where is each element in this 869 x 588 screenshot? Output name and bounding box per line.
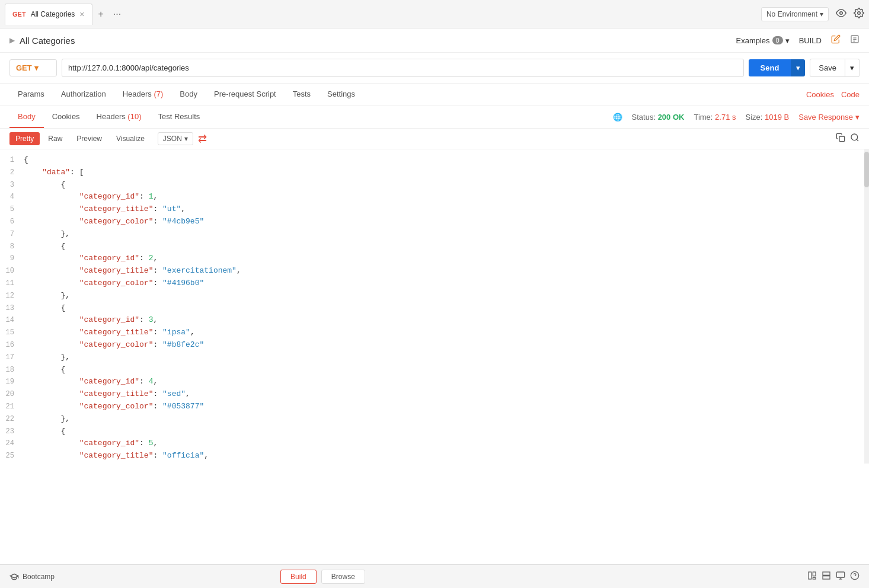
- env-selector[interactable]: No Environment ▾: [761, 7, 829, 21]
- body-toolbar-right: [836, 133, 860, 145]
- line-content: "category_title": "officia",: [24, 450, 869, 462]
- cookies-link[interactable]: Cookies: [806, 90, 834, 99]
- send-button[interactable]: Send: [749, 59, 791, 76]
- url-bar: GET ▾ Send ▾ Save ▾: [0, 53, 869, 84]
- eye-icon-button[interactable]: [836, 8, 846, 21]
- save-response-label: Save Response: [798, 113, 853, 122]
- line-content: "category_color": "#053877": [24, 401, 869, 413]
- active-tab[interactable]: GET All Categories ×: [5, 4, 92, 25]
- resp-tab-cookies[interactable]: Cookies: [44, 106, 88, 128]
- line-number: 10: [0, 266, 24, 277]
- bootcamp-button[interactable]: Bootcamp: [9, 572, 55, 581]
- tab-params[interactable]: Params: [9, 84, 53, 106]
- tab-tests[interactable]: Tests: [285, 84, 319, 106]
- line-number: 18: [0, 365, 24, 376]
- scrollbar[interactable]: [864, 149, 869, 464]
- format-dropdown-icon: ▾: [184, 135, 188, 143]
- line-number: 6: [0, 216, 24, 228]
- line-content: "data": [: [24, 167, 869, 179]
- resp-tab-body[interactable]: Body: [9, 106, 44, 128]
- resp-tab-headers[interactable]: Headers (10): [88, 106, 150, 128]
- settings-icon-button[interactable]: [854, 8, 864, 21]
- method-select[interactable]: GET ▾: [9, 59, 57, 76]
- json-line: 26 "category_color": "#0bb214": [0, 462, 869, 464]
- line-number: 5: [0, 204, 24, 215]
- monitor-icon-button[interactable]: [836, 571, 845, 583]
- line-content: "category_id": 2,: [24, 253, 869, 265]
- bottom-bar: Bootcamp Build Browse: [0, 564, 869, 588]
- json-line: 12 },: [0, 290, 869, 302]
- save-button[interactable]: Save: [810, 59, 845, 77]
- svg-point-1: [858, 11, 861, 14]
- json-line: 17 },: [0, 351, 869, 364]
- line-content: "category_id": 1,: [24, 191, 869, 203]
- json-line: 15 "category_title": "ipsa",: [0, 327, 869, 339]
- line-number: 1: [0, 155, 24, 166]
- request-tab-links: Cookies Code: [806, 90, 860, 99]
- resp-tab-test-results[interactable]: Test Results: [149, 106, 208, 128]
- line-content: {: [24, 179, 869, 191]
- json-line: 5 "category_title": "ut",: [0, 203, 869, 216]
- tab-settings[interactable]: Settings: [319, 84, 363, 106]
- format-select[interactable]: JSON ▾: [158, 132, 193, 145]
- document-icon-button[interactable]: [850, 34, 860, 46]
- line-number: 9: [0, 253, 24, 264]
- json-line: 18 {: [0, 364, 869, 376]
- line-number: 8: [0, 241, 24, 253]
- bottom-right-icons: [807, 571, 860, 583]
- bootcamp-label: Bootcamp: [23, 573, 55, 581]
- copy-icon-button[interactable]: [836, 133, 845, 145]
- save-response-button[interactable]: Save Response ▾: [798, 113, 860, 122]
- help-icon-button[interactable]: [850, 571, 860, 583]
- build-button[interactable]: BUILD: [799, 36, 822, 45]
- env-dropdown-icon: ▾: [820, 10, 823, 18]
- response-status: 🌐 Status: 200 OK Time: 2.71 s Size: 1019…: [613, 113, 860, 122]
- body-toolbar: Pretty Raw Preview Visualize JSON ▾ ⇄: [0, 129, 869, 149]
- line-number: 25: [0, 450, 24, 462]
- browse-tab-button[interactable]: Browse: [321, 570, 365, 584]
- examples-button[interactable]: Examples 0 ▾: [736, 36, 790, 45]
- method-dropdown-icon: ▾: [34, 63, 39, 72]
- tab-bar: GET All Categories × + ··· No Environmen…: [0, 0, 869, 28]
- line-content: "category_title": "sed",: [24, 388, 869, 401]
- line-content: {: [24, 426, 869, 438]
- search-icon-button[interactable]: [850, 133, 860, 145]
- code-link[interactable]: Code: [841, 90, 860, 99]
- json-line: 23 {: [0, 426, 869, 438]
- layout-icon-button[interactable]: [807, 571, 817, 583]
- send-button-group: Send ▾: [749, 59, 806, 76]
- build-tab-button[interactable]: Build: [280, 570, 317, 584]
- view-preview-button[interactable]: Preview: [71, 132, 108, 145]
- title-bar-actions: Examples 0 ▾ BUILD: [736, 34, 860, 46]
- wrap-button[interactable]: ⇄: [198, 132, 207, 145]
- split-icon-button[interactable]: [822, 571, 831, 583]
- save-dropdown-button[interactable]: ▾: [845, 59, 860, 77]
- view-pretty-button[interactable]: Pretty: [9, 132, 40, 145]
- tab-authorization[interactable]: Authorization: [53, 84, 114, 106]
- line-number: 22: [0, 414, 24, 425]
- url-input[interactable]: [62, 59, 744, 77]
- view-raw-button[interactable]: Raw: [42, 132, 68, 145]
- json-line: 21 "category_color": "#053877": [0, 401, 869, 413]
- send-dropdown-button[interactable]: ▾: [791, 59, 805, 76]
- new-tab-button[interactable]: +: [96, 7, 106, 22]
- request-title-bar: ▶ All Categories Examples 0 ▾ BUILD: [0, 28, 869, 53]
- line-content: },: [24, 228, 869, 241]
- response-tabs: Body Cookies Headers (10) Test Results 🌐…: [0, 106, 869, 129]
- json-line: 9 "category_id": 2,: [0, 253, 869, 265]
- line-content: },: [24, 413, 869, 426]
- edit-icon-button[interactable]: [831, 34, 841, 46]
- line-content: },: [24, 290, 869, 302]
- status-label: Status: 200 OK: [632, 113, 685, 122]
- tab-headers[interactable]: Headers (7): [114, 84, 172, 106]
- line-number: 7: [0, 229, 24, 240]
- tab-prerequest[interactable]: Pre-request Script: [206, 84, 285, 106]
- tab-body[interactable]: Body: [171, 84, 206, 106]
- tab-close-button[interactable]: ×: [79, 9, 84, 19]
- format-label: JSON: [163, 135, 182, 143]
- view-visualize-button[interactable]: Visualize: [110, 132, 151, 145]
- tab-overflow-button[interactable]: ···: [111, 7, 123, 22]
- svg-rect-13: [823, 576, 830, 579]
- json-line: 24 "category_id": 5,: [0, 437, 869, 450]
- line-number: 21: [0, 401, 24, 413]
